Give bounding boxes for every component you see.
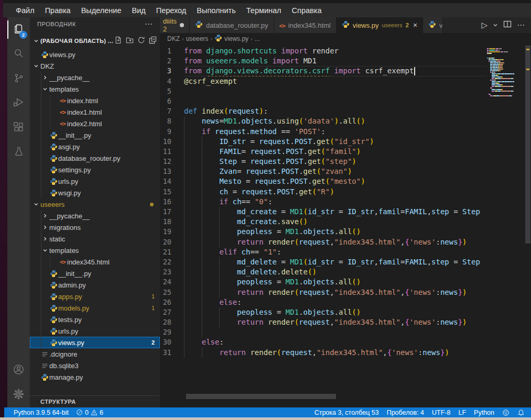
notifications-bell-icon[interactable] xyxy=(517,409,525,416)
menu-Выделение[interactable]: Выделение xyxy=(76,5,127,16)
activity-explorer[interactable]: 2 xyxy=(7,17,30,42)
new-file-icon[interactable] xyxy=(114,36,122,46)
tree-item-DKZ[interactable]: DKZ xyxy=(30,60,160,72)
tree-item-__pycache__[interactable]: __pycache__ xyxy=(30,210,160,222)
tree-item-settings.py[interactable]: settings.py xyxy=(30,164,160,175)
status-python[interactable]: Python xyxy=(474,409,494,416)
code-line-16[interactable]: 16if ch== "0": xyxy=(160,197,487,207)
tree-item-tests.py[interactable]: tests.py xyxy=(30,314,160,325)
menu-Правка[interactable]: Правка xyxy=(40,5,76,16)
tree-item-db.sqlite3[interactable]: db.sqlite3 xyxy=(30,360,160,371)
menu-Справка[interactable]: Справка xyxy=(287,5,327,16)
code-line-15[interactable]: 15ch = request.POST.get("R") xyxy=(160,187,487,197)
activity-run-debug[interactable] xyxy=(7,91,30,116)
menu-Файл[interactable]: Файл xyxy=(10,5,40,16)
code-line-14[interactable]: 14Mesto = request.POST.get("mesto") xyxy=(160,176,487,186)
tree-item-views.py[interactable]: views.py2 xyxy=(30,337,160,348)
tab-views.py[interactable]: views.pyuseeers2× xyxy=(337,17,423,33)
tab-diiits 2[interactable]: diiits 2 xyxy=(160,17,190,33)
tree-item-asgi.py[interactable]: asgi.py xyxy=(30,141,160,152)
status-lf[interactable]: LF xyxy=(458,409,466,416)
scrollbar-thumb[interactable] xyxy=(525,46,530,244)
refresh-icon[interactable] xyxy=(137,36,145,46)
split-editor-icon[interactable] xyxy=(503,20,512,30)
close-icon[interactable]: × xyxy=(413,21,417,29)
tab-database_roouter.py[interactable]: database_roouter.py xyxy=(190,17,274,33)
code-lines[interactable]: 1from django.shortcuts import render2fro… xyxy=(160,46,487,407)
code-line-27[interactable]: 27peopless = MD1.objects.all() xyxy=(160,307,487,317)
breadcrumb-useeers[interactable]: useeers xyxy=(186,35,209,42)
activity-source-control[interactable] xyxy=(7,67,30,91)
code-line-8[interactable]: 8news=MD1.objects.using('daata').all() xyxy=(160,116,487,126)
python-interpreter[interactable]: Python 3.9.5 64-bit xyxy=(14,409,69,416)
code-line-3[interactable]: 3from django.views.decorators.csrf impor… xyxy=(160,66,487,76)
code-line-23[interactable]: 23md_delete.delete() xyxy=(160,267,487,277)
code-area[interactable]: 1from django.shortcuts import render2fro… xyxy=(160,45,531,407)
activity-extensions[interactable] xyxy=(7,116,30,140)
tree-item-__init__.py[interactable]: __init__.py xyxy=(30,268,160,279)
tree-item-index345.html[interactable]: <>index345.html xyxy=(30,256,160,268)
problems-indicator[interactable]: 0 6 xyxy=(76,409,103,416)
code-line-11[interactable]: 11FAMIL= request.POST.get("famil") xyxy=(160,147,487,157)
new-folder-icon[interactable] xyxy=(126,36,134,46)
tree-item-templates[interactable]: templates xyxy=(30,83,160,95)
tree-item-useeers[interactable]: useeers xyxy=(30,198,160,210)
code-line-17[interactable]: 17md_create = MD1(id_str = ID_str,famil=… xyxy=(160,207,487,217)
feedback-icon[interactable] xyxy=(502,409,510,416)
minimap[interactable] xyxy=(487,46,525,407)
code-line-4[interactable]: 4@csrf_exempt xyxy=(160,76,487,86)
tab-index345.html[interactable]: <>index345.html xyxy=(274,17,337,33)
tree-item-templates[interactable]: templates xyxy=(30,245,160,256)
code-line-18[interactable]: 18md_create.save() xyxy=(160,217,487,227)
more-actions-button[interactable]: ⋯ xyxy=(517,20,525,30)
tree-item-__pycache__[interactable]: __pycache__ xyxy=(30,72,160,83)
breadcrumb-DKZ[interactable]: DKZ xyxy=(167,35,180,42)
tree-item-migrations[interactable]: migrations xyxy=(30,222,160,233)
tree-item-manage.py[interactable]: manage.py xyxy=(30,371,160,383)
run-dropdown-icon[interactable] xyxy=(493,20,498,30)
tree-item-views.py[interactable]: views.py xyxy=(30,49,160,60)
tree-item-database_roouter.py[interactable]: database_roouter.py xyxy=(30,152,160,164)
tab-vie[interactable]: vie xyxy=(423,17,443,33)
code-line-10[interactable]: 10ID_str = request.POST.get("id_str") xyxy=(160,137,487,147)
menu-Переход[interactable]: Переход xyxy=(151,5,192,16)
tree-item-index.html[interactable]: <>index.html xyxy=(30,95,160,106)
tree-item-static[interactable]: static xyxy=(30,233,160,245)
code-line-12[interactable]: 12Step = request.POST.get("step") xyxy=(160,157,487,167)
status-utf-8[interactable]: UTF-8 xyxy=(432,409,450,416)
tree-item-urls.py[interactable]: urls.py xyxy=(30,325,160,337)
code-line-31[interactable]: 31return render(request,"index345.html",… xyxy=(160,348,487,358)
code-line-13[interactable]: 13Zvan= request.POST.get("zvan") xyxy=(160,167,487,176)
code-line-22[interactable]: 22md_delete = MD1(id_str = ID_str,famil=… xyxy=(160,257,487,267)
code-line-20[interactable]: 20return render(request,"index345.html",… xyxy=(160,237,487,247)
code-line-5[interactable]: 5 xyxy=(160,86,487,96)
code-line-6[interactable]: 6 xyxy=(160,96,487,106)
breadcrumb-views.py[interactable]: views.py xyxy=(214,34,248,43)
code-line-2[interactable]: 2from useeers.models import MD1 xyxy=(160,56,487,66)
code-line-19[interactable]: 19peopless = MD1.objects.all() xyxy=(160,227,487,237)
activity-testing[interactable] xyxy=(7,140,30,165)
tree-item-wsgi.py[interactable]: wsgi.py xyxy=(30,187,160,198)
code-line-7[interactable]: 7def index(request): xyxy=(160,106,487,116)
activity-account[interactable] xyxy=(7,358,30,383)
workspace-row[interactable]: (РАБОЧАЯ ОБЛАСТЬ) ... xyxy=(30,35,160,47)
outline-section[interactable]: СТРУКТУРА xyxy=(30,395,160,407)
horizontal-scrollbar-thumb[interactable] xyxy=(186,394,336,399)
status--4[interactable]: Пробелов: 4 xyxy=(387,409,424,416)
tree-item-__init__.py[interactable]: __init__.py xyxy=(30,129,160,141)
menu-Выполнить[interactable]: Выполнить xyxy=(191,5,241,16)
code-line-26[interactable]: 26else: xyxy=(160,297,487,307)
tree-item-apps.py[interactable]: apps.py1 xyxy=(30,291,160,302)
tree-item-admin.py[interactable]: admin.py xyxy=(30,279,160,291)
status--3-53[interactable]: Строка 3, столбец 53 xyxy=(315,409,379,416)
collapse-all-icon[interactable] xyxy=(149,36,157,46)
tree-item-urls.py[interactable]: urls.py xyxy=(30,175,160,187)
activity-settings[interactable] xyxy=(7,383,30,407)
tree-item-index2.html[interactable]: <>index2.html xyxy=(30,118,160,129)
run-button[interactable]: ▷ xyxy=(481,20,487,30)
code-line-25[interactable]: 25return render(request,"index345.html",… xyxy=(160,288,487,297)
tree-item-index1.html[interactable]: <>index1.html xyxy=(30,106,160,118)
code-line-1[interactable]: 1from django.shortcuts import render xyxy=(160,46,487,56)
code-line-30[interactable]: 30else: xyxy=(160,337,487,347)
tree-item-.dcignore[interactable]: .dcignore xyxy=(30,348,160,360)
